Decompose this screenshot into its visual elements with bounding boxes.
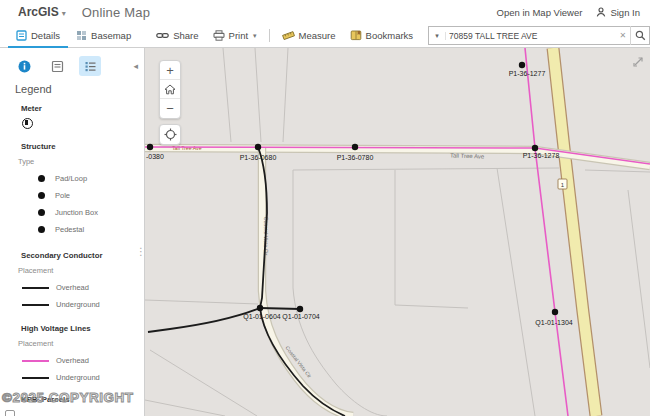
zoom-out-button[interactable]: −: [160, 99, 180, 118]
share-link-icon: [156, 31, 169, 40]
legend-item-label: Overhead: [56, 283, 89, 292]
legend-item: Pedestal: [38, 225, 144, 234]
layer-name: Secondary Conductor: [21, 251, 144, 260]
tab-basemap-label: Basemap: [91, 30, 131, 41]
legend-item: Underground: [38, 300, 144, 309]
expand-arrow-icon: [633, 56, 644, 67]
road-label-tall-tree-left: Tall Tree Ave: [172, 145, 202, 151]
station-label: Q1-01-0604: [243, 313, 280, 321]
search-input[interactable]: [446, 31, 615, 41]
legend-item-label: Pedestal: [55, 225, 84, 234]
map-toolbar: Details Basemap Share Print ▾: [0, 24, 650, 48]
person-icon: [596, 7, 606, 17]
open-in-map-viewer-link[interactable]: Open in Map Viewer: [497, 7, 583, 18]
basemap-svg: Tall Tree Ave Tall Tree Ave Coastal Vist…: [145, 48, 650, 416]
legend-tab[interactable]: [79, 56, 101, 76]
station-label: Q1-01-1304: [535, 319, 572, 327]
underground-conductor-lines: [148, 147, 345, 416]
station-label: P1-36-1278: [523, 152, 560, 159]
field-label: Placement: [18, 339, 144, 348]
sign-in-button[interactable]: Sign In: [596, 7, 640, 18]
legend-item: Overhead: [38, 356, 144, 365]
search-chevron-down-icon[interactable]: ▾: [429, 32, 446, 40]
details-icon: [16, 30, 27, 41]
details-panel: ◂ Legend Meter Structure Type Pad/Loop P…: [0, 48, 145, 416]
legend-item-label: Junction Box: [55, 208, 98, 217]
sign-in-label: Sign In: [610, 7, 640, 18]
legend-layer-high-voltage: High Voltage Lines Placement Overhead Un…: [0, 324, 144, 382]
legend-item: Overhead: [38, 283, 144, 292]
content-icon: [51, 60, 64, 73]
station-label: P1-36-0680: [240, 154, 277, 161]
legend-layer-meter: Meter: [0, 104, 144, 129]
structure-points[interactable]: [147, 62, 558, 315]
line-symbol-icon: [22, 287, 49, 289]
search-box: ▾ ✕: [428, 26, 650, 45]
search-clear-icon[interactable]: ✕: [615, 31, 630, 40]
legend-item-label: Underground: [56, 373, 100, 382]
measure-ruler-icon: [282, 30, 295, 41]
measure-label: Measure: [299, 30, 336, 41]
share-label: Share: [173, 30, 198, 41]
bookmarks-icon: [350, 30, 362, 41]
copyright-watermark: ©2025 COPYRIGHT: [2, 390, 134, 405]
info-icon: [18, 60, 31, 73]
legend-item: Pole: [38, 191, 144, 200]
share-button[interactable]: Share: [149, 30, 205, 41]
legend-item: Underground: [38, 373, 144, 382]
line-symbol-icon: [22, 377, 49, 379]
station-label: P1-36-0780: [337, 154, 374, 161]
home-icon: [164, 84, 176, 95]
expand-map-button[interactable]: [633, 53, 644, 71]
legend-layer-structure: Structure Type Pad/Loop Pole Junction Bo…: [0, 142, 144, 234]
home-button[interactable]: [160, 80, 180, 99]
legend-icon: [84, 60, 97, 73]
line-symbol-icon: [22, 304, 49, 306]
legend-item: Junction Box: [38, 208, 144, 217]
legend-item-label: Overhead: [56, 356, 89, 365]
basemap-icon: [76, 30, 87, 41]
station-label: P1-36-1277: [509, 70, 546, 77]
about-tab[interactable]: [13, 56, 35, 76]
magnifier-icon: [635, 30, 646, 41]
tab-details-label: Details: [31, 30, 60, 41]
collapse-panel-icon[interactable]: ◂: [133, 61, 138, 71]
field-label: Type: [18, 157, 144, 166]
arcgis-logo[interactable]: ArcGIS: [18, 5, 59, 19]
point-symbol-icon: [38, 209, 45, 216]
legend-title: Legend: [15, 83, 144, 95]
bookmarks-button[interactable]: Bookmarks: [343, 30, 421, 41]
print-chevron-down-icon: ▾: [253, 32, 257, 40]
station-labels: -0380 P1-36-0680 P1-36-0780 P1-36-1278 P…: [146, 70, 573, 327]
zoom-in-button[interactable]: +: [160, 61, 180, 80]
meter-symbol-icon: [22, 118, 33, 129]
locate-icon: [164, 128, 177, 141]
bookmarks-label: Bookmarks: [366, 30, 414, 41]
layer-name: High Voltage Lines: [21, 324, 144, 333]
tab-details[interactable]: Details: [8, 24, 68, 48]
brand-chevron-down-icon[interactable]: ▾: [62, 9, 66, 18]
toolbar-separator: [269, 29, 270, 42]
find-my-location-button[interactable]: [159, 124, 181, 145]
measure-button[interactable]: Measure: [275, 30, 343, 41]
print-label: Print: [229, 30, 249, 41]
field-label: Placement: [18, 266, 144, 275]
search-submit-button[interactable]: [630, 26, 649, 45]
route-1-shield: 1: [558, 179, 567, 189]
tall-tree-ave-road: [145, 148, 650, 166]
layer-name: Meter: [21, 104, 144, 113]
panel-tabs: ◂: [0, 48, 144, 76]
content-tab[interactable]: [46, 56, 68, 76]
layer-name: Structure: [21, 142, 144, 151]
page-title: Online Map: [82, 5, 150, 20]
highway-road: [553, 48, 596, 416]
station-label: -0380: [146, 153, 164, 160]
map-canvas[interactable]: Tall Tree Ave Tall Tree Ave Coastal Vist…: [145, 48, 650, 416]
tab-basemap[interactable]: Basemap: [68, 24, 139, 48]
legend-item-label: Pad/Loop: [55, 174, 87, 183]
app-header: ArcGIS ▾ Online Map Open in Map Viewer S…: [0, 0, 650, 24]
print-icon: [213, 30, 225, 41]
print-button[interactable]: Print ▾: [206, 30, 264, 41]
legend-item-label: Underground: [56, 300, 100, 309]
point-symbol-icon: [38, 226, 45, 233]
